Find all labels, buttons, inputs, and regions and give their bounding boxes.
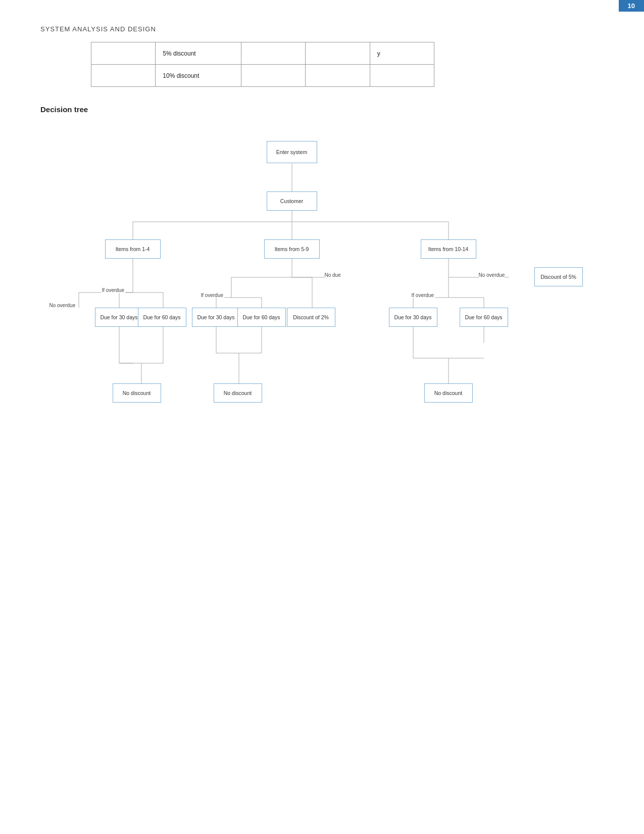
node-no-discount-center: No discount (214, 383, 262, 403)
cell-2-5 (370, 65, 434, 87)
node-due30-center: Due for 30 days (192, 308, 240, 327)
label-no-overdue-left: No overdue (49, 303, 76, 308)
cell-2-4 (306, 65, 370, 87)
node-discount-2: Discount of 2% (287, 308, 335, 327)
node-due30-right: Due for 30 days (389, 308, 437, 327)
node-items-1-4: Items from 1-4 (105, 239, 161, 259)
node-enter-system: Enter system (267, 141, 317, 163)
cell-2-1 (91, 65, 156, 87)
cell-1-1 (91, 42, 156, 65)
node-discount-5: Discount of 5% (534, 267, 583, 286)
label-if-overdue-right: If overdue (411, 292, 435, 298)
node-no-discount-right: No discount (424, 383, 473, 403)
header-title: SYSTEM ANALYSIS AND DESIGN (40, 25, 604, 33)
node-items-5-9: Items from 5-9 (264, 239, 320, 259)
label-no-due-center: No due (325, 272, 341, 278)
table-row: 5% discount y (91, 42, 434, 65)
node-due60-right: Due for 60 days (460, 308, 508, 327)
label-no-overdue-right: No overdue (479, 272, 505, 278)
node-no-discount-left: No discount (113, 383, 161, 403)
decision-tree-container: Enter system Customer Items from 1-4 Ite… (44, 126, 600, 540)
label-if-overdue-left: If overdue (101, 287, 125, 293)
page: 10 SYSTEM ANALYSIS AND DESIGN 5% discoun… (0, 0, 644, 834)
cell-2-3 (241, 65, 306, 87)
cell-2-2: 10% discount (156, 65, 241, 87)
cell-1-3 (241, 42, 306, 65)
node-customer: Customer (267, 191, 317, 211)
node-items-10-14: Items from 10-14 (421, 239, 476, 259)
cell-1-5: y (370, 42, 434, 65)
node-due60-left: Due for 60 days (138, 308, 186, 327)
cell-1-4 (306, 42, 370, 65)
node-due30-left: Due for 30 days (95, 308, 143, 327)
table-row: 10% discount (91, 65, 434, 87)
node-due60-center: Due for 60 days (237, 308, 286, 327)
decision-tree-title: Decision tree (40, 105, 604, 114)
label-if-overdue-center: If overdue (200, 292, 224, 298)
tree-lines (44, 126, 600, 540)
discount-table: 5% discount y 10% discount (91, 42, 434, 87)
cell-1-2: 5% discount (156, 42, 241, 65)
page-number: 10 (619, 0, 644, 12)
